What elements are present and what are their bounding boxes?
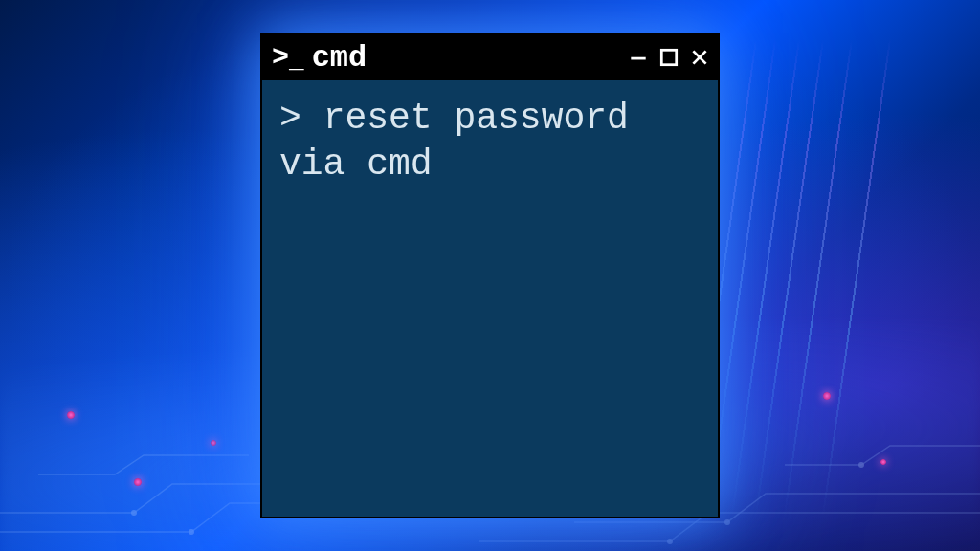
title-bar[interactable]: >_ cmd <box>262 34 718 80</box>
close-button[interactable] <box>689 47 710 68</box>
svg-point-4 <box>667 539 673 544</box>
svg-point-5 <box>858 462 864 468</box>
maximize-button[interactable] <box>658 47 679 68</box>
terminal-glow-wrap: >_ cmd > reset password via cmd <box>260 33 720 518</box>
terminal-body[interactable]: > reset password via cmd <box>262 80 718 517</box>
window-controls <box>628 47 710 68</box>
minimize-button[interactable] <box>628 47 649 68</box>
svg-point-3 <box>724 519 730 525</box>
terminal-command-text: reset password via cmd <box>279 98 651 185</box>
terminal-prompt-icon: >_ <box>272 41 302 74</box>
window-title: cmd <box>312 40 368 76</box>
svg-point-0 <box>131 510 137 516</box>
terminal-window: >_ cmd > reset password via cmd <box>260 33 720 518</box>
svg-rect-7 <box>661 50 676 64</box>
terminal-prompt: > <box>279 98 301 139</box>
svg-point-2 <box>189 529 194 535</box>
